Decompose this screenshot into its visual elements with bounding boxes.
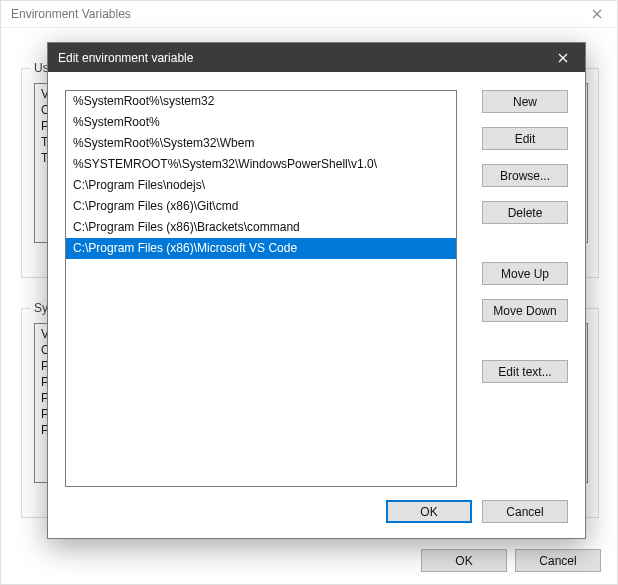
new-button[interactable]: New bbox=[482, 90, 568, 113]
edit-env-var-close-button[interactable] bbox=[541, 43, 585, 72]
path-entry[interactable]: C:\Program Files (x86)\Brackets\command bbox=[66, 217, 456, 238]
edit-env-var-titlebar: Edit environment variable bbox=[48, 43, 585, 72]
env-vars-button-row: OK Cancel bbox=[1, 549, 601, 572]
ok-button[interactable]: OK bbox=[386, 500, 472, 523]
path-entry[interactable]: C:\Program Files (x86)\Microsoft VS Code bbox=[66, 238, 456, 259]
env-vars-titlebar: Environment Variables bbox=[1, 1, 617, 28]
edit-text-button[interactable]: Edit text... bbox=[482, 360, 568, 383]
edit-env-var-button-row: OK Cancel bbox=[386, 500, 568, 523]
edit-env-var-dialog: Edit environment variable %SystemRoot%\s… bbox=[47, 42, 586, 539]
path-entry[interactable]: C:\Program Files\nodejs\ bbox=[66, 175, 456, 196]
cancel-button[interactable]: Cancel bbox=[482, 500, 568, 523]
edit-button[interactable]: Edit bbox=[482, 127, 568, 150]
env-vars-close-button[interactable] bbox=[577, 1, 617, 28]
edit-env-var-title: Edit environment variable bbox=[58, 51, 193, 65]
close-icon bbox=[558, 53, 568, 63]
env-vars-ok-button[interactable]: OK bbox=[421, 549, 507, 572]
path-entry[interactable]: %SystemRoot%\System32\Wbem bbox=[66, 133, 456, 154]
path-entry[interactable]: C:\Program Files (x86)\Git\cmd bbox=[66, 196, 456, 217]
env-vars-cancel-button[interactable]: Cancel bbox=[515, 549, 601, 572]
side-buttons: New Edit Browse... Delete Move Up Move D… bbox=[482, 90, 568, 383]
delete-button[interactable]: Delete bbox=[482, 201, 568, 224]
browse-button[interactable]: Browse... bbox=[482, 164, 568, 187]
path-entry[interactable]: %SystemRoot%\system32 bbox=[66, 91, 456, 112]
close-icon bbox=[592, 9, 602, 19]
path-entry[interactable]: %SYSTEMROOT%\System32\WindowsPowerShell\… bbox=[66, 154, 456, 175]
move-up-button[interactable]: Move Up bbox=[482, 262, 568, 285]
path-entries-list[interactable]: %SystemRoot%\system32%SystemRoot%%System… bbox=[65, 90, 457, 487]
env-vars-title: Environment Variables bbox=[11, 7, 131, 21]
path-entry[interactable]: %SystemRoot% bbox=[66, 112, 456, 133]
move-down-button[interactable]: Move Down bbox=[482, 299, 568, 322]
edit-env-var-body: %SystemRoot%\system32%SystemRoot%%System… bbox=[48, 72, 585, 538]
